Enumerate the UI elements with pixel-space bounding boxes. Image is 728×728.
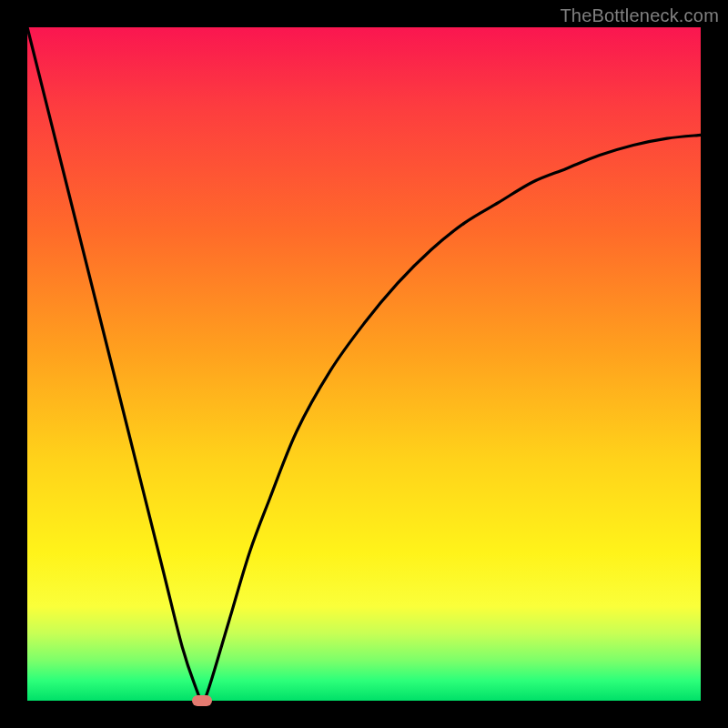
watermark-text: TheBottleneck.com [560,5,719,26]
minimum-marker [192,695,212,706]
chart-frame: TheBottleneck.com [0,0,728,728]
bottleneck-curve [27,27,701,701]
plot-area [27,27,701,701]
curve-svg [27,27,701,701]
